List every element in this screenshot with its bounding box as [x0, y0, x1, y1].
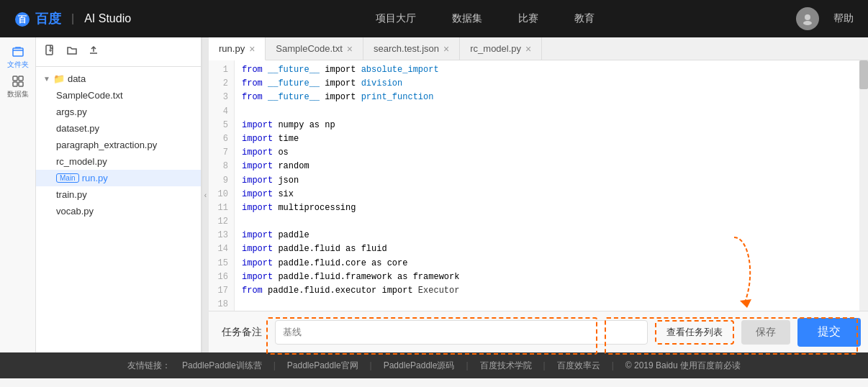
- footer-copyright: © 2019 Baidu 使用百度前必读: [625, 360, 741, 372]
- list-item[interactable]: dataset.py: [36, 120, 201, 137]
- svg-rect-4: [13, 48, 23, 56]
- footer-sep: |: [370, 360, 372, 370]
- help-link[interactable]: 帮助: [833, 12, 854, 25]
- nav-item-datasets[interactable]: 数据集: [452, 12, 482, 25]
- logo-divider: |: [71, 12, 74, 25]
- tab-label: run.py: [219, 43, 245, 54]
- list-item[interactable]: SampleCode.txt: [36, 87, 201, 104]
- tab-close-button[interactable]: ×: [249, 44, 255, 54]
- collapse-handle[interactable]: ‹: [202, 37, 209, 352]
- footer-link-source[interactable]: PaddlePaddle源码: [384, 360, 455, 372]
- list-item[interactable]: train.py: [36, 186, 201, 203]
- sidebar-icon-files[interactable]: 文件夹: [5, 45, 31, 70]
- tab-samplecode[interactable]: SampleCode.txt ×: [266, 37, 363, 60]
- tab-label: search.test.json: [374, 43, 439, 54]
- file-name: SampleCode.txt: [56, 90, 123, 101]
- code-content[interactable]: from __future__ import absolute_importfr…: [235, 60, 868, 311]
- svg-rect-5: [13, 76, 17, 81]
- footer-sep: |: [543, 360, 546, 370]
- main-badge: Main: [56, 173, 79, 183]
- avatar[interactable]: [796, 7, 819, 30]
- file-name: args.py: [56, 106, 87, 117]
- list-item[interactable]: vocab.py: [36, 203, 201, 219]
- svg-point-3: [803, 21, 812, 25]
- code-editor[interactable]: 123456789101112131415161718192021222324 …: [209, 60, 868, 311]
- save-button[interactable]: 保存: [741, 320, 790, 345]
- file-panel: ▼ 📁 data SampleCode.txt args.py dataset.…: [36, 37, 202, 352]
- footer-sep: |: [466, 360, 468, 370]
- main-layout: 文件夹 数据集: [0, 37, 868, 352]
- footer-link-training[interactable]: PaddlePaddle训练营: [182, 360, 262, 372]
- list-item[interactable]: rc_model.py: [36, 153, 201, 170]
- svg-rect-7: [13, 82, 17, 86]
- file-name: vocab.py: [56, 206, 94, 217]
- submit-button[interactable]: 提交: [797, 318, 861, 347]
- tab-rc-model[interactable]: rc_model.py ×: [460, 37, 542, 60]
- active-file-name: run.py: [82, 173, 108, 183]
- svg-point-2: [805, 14, 810, 20]
- datasets-icon-label: 数据集: [7, 89, 29, 99]
- file-name: dataset.py: [56, 123, 99, 134]
- footer-sep: |: [273, 360, 276, 370]
- scrollbar-track[interactable]: [859, 60, 868, 311]
- file-name: paragraph_extraction.py: [56, 140, 157, 150]
- sidebar-icons: 文件夹 数据集: [0, 37, 36, 352]
- footer-prefix: 友情链接：: [127, 360, 171, 372]
- header-right: 帮助: [796, 7, 854, 30]
- file-name: rc_model.py: [56, 156, 107, 167]
- svg-text:百: 百: [18, 14, 27, 24]
- nav-item-education[interactable]: 教育: [574, 12, 595, 25]
- file-toolbar: [36, 37, 201, 67]
- footer-link-cloud[interactable]: 百度效率云: [557, 360, 600, 372]
- tab-search-test[interactable]: search.test.json ×: [363, 37, 460, 60]
- svg-rect-6: [19, 76, 23, 81]
- main-nav: 项目大厅 数据集 比赛 教育: [174, 12, 796, 25]
- list-item[interactable]: paragraph_extraction.py: [36, 137, 201, 153]
- list-item-active[interactable]: Main run.py: [36, 170, 201, 186]
- file-tree: ▼ 📁 data SampleCode.txt args.py dataset.…: [36, 67, 201, 352]
- new-folder-button[interactable]: [65, 43, 79, 60]
- bottom-bar: 任务备注 查看任务列表 保存 提交: [209, 311, 868, 352]
- footer-link-academy[interactable]: 百度技术学院: [480, 360, 532, 372]
- logo: 百 百度 | AI Studio: [14, 10, 131, 27]
- tab-close-button[interactable]: ×: [525, 44, 531, 54]
- view-task-button[interactable]: 查看任务列表: [655, 320, 734, 345]
- folder-name: data: [68, 73, 86, 84]
- line-numbers: 123456789101112131415161718192021222324: [209, 60, 235, 311]
- nav-item-competition[interactable]: 比赛: [518, 12, 538, 25]
- header: 百 百度 | AI Studio 项目大厅 数据集 比赛 教育 帮助: [0, 0, 868, 37]
- editor-area: run.py × SampleCode.txt × search.test.js…: [209, 37, 868, 352]
- svg-rect-8: [19, 82, 23, 86]
- logo-baidu: 百 百度: [14, 10, 61, 27]
- tab-close-button[interactable]: ×: [347, 44, 353, 54]
- list-item[interactable]: args.py: [36, 104, 201, 120]
- file-name: train.py: [56, 189, 87, 200]
- new-file-button[interactable]: [43, 43, 58, 60]
- tab-label: rc_model.py: [470, 43, 521, 54]
- task-note-label: 任务备注: [216, 326, 268, 339]
- files-icon-label: 文件夹: [7, 60, 29, 70]
- logo-ai-studio: AI Studio: [84, 12, 131, 25]
- baseline-input[interactable]: [275, 320, 648, 345]
- footer-sep: |: [612, 360, 614, 370]
- editor-tabs: run.py × SampleCode.txt × search.test.js…: [209, 37, 868, 60]
- tab-close-button[interactable]: ×: [443, 44, 449, 54]
- scrollbar-thumb[interactable]: [859, 60, 868, 89]
- footer-link-official[interactable]: PaddlePaddle官网: [287, 360, 358, 372]
- footer: 友情链接： PaddlePaddle训练营 | PaddlePaddle官网 |…: [0, 352, 868, 378]
- sidebar-icon-datasets[interactable]: 数据集: [5, 74, 31, 100]
- tab-run-py[interactable]: run.py ×: [209, 37, 266, 60]
- nav-item-projects[interactable]: 项目大厅: [376, 12, 416, 25]
- tab-label: SampleCode.txt: [276, 43, 343, 54]
- folder-data[interactable]: ▼ 📁 data: [36, 70, 201, 87]
- upload-button[interactable]: [86, 43, 101, 60]
